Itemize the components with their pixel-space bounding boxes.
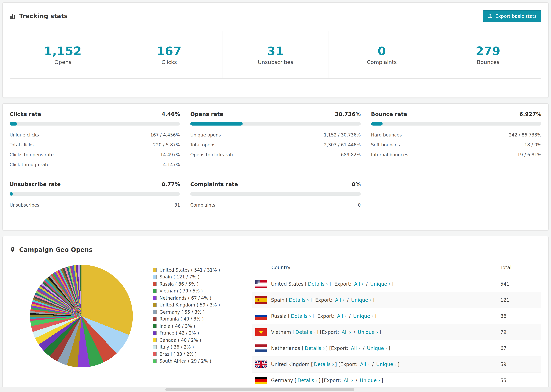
details-link[interactable]: Details › xyxy=(296,329,316,335)
details-link[interactable]: Details › xyxy=(314,362,334,367)
export-all-link[interactable]: All › xyxy=(354,281,363,287)
legend-label: Russia ( 86 / 5% ) xyxy=(160,281,198,287)
export-unique-link[interactable]: Unique › xyxy=(367,345,387,351)
stat-row-value: 220 / 5.87% xyxy=(153,142,180,148)
table-row: Germany [Details ›] [Export: All › / Uni… xyxy=(252,372,541,388)
export-unique-link[interactable]: Unique › xyxy=(351,297,372,303)
country-cell: Russia [Details ›] [Export: All › / Uniq… xyxy=(255,312,500,320)
stat-row-label: Click through rate xyxy=(10,161,49,168)
table-row: United Kingdom [Details ›] [Export: All … xyxy=(252,356,541,372)
rate-title: Complaints rate xyxy=(190,181,238,188)
legend-label: Brazil ( 33 / 2% ) xyxy=(160,352,197,357)
legend-label: Germany ( 55 / 3% ) xyxy=(160,309,205,315)
export-icon xyxy=(488,14,493,19)
details-link[interactable]: Details › xyxy=(291,313,311,319)
legend-swatch xyxy=(153,317,157,321)
export-button-label: Export basic stats xyxy=(495,13,537,19)
tracking-card-header: Tracking stats Export basic stats xyxy=(10,10,541,22)
export-unique-link[interactable]: Unique › xyxy=(376,362,397,367)
progress-bar xyxy=(371,122,541,126)
total-cell: 86 xyxy=(500,313,538,319)
country-name: Spain xyxy=(271,297,284,303)
bracket: [ xyxy=(291,329,295,335)
details-link[interactable]: Details › xyxy=(297,378,318,383)
stat-row-value: 689.82% xyxy=(341,152,361,158)
stat-row-label: Unique opens xyxy=(190,132,221,138)
export-all-link[interactable]: All › xyxy=(337,313,346,319)
country-name: United States xyxy=(271,281,304,287)
dotted-leader xyxy=(42,137,148,137)
legend-item[interactable]: Netherlands ( 67 / 4% ) xyxy=(153,294,231,301)
separator: / xyxy=(347,313,352,319)
legend-item[interactable]: Spain ( 121 / 7% ) xyxy=(153,273,231,280)
legend-swatch xyxy=(153,282,157,286)
stat-row-label: Unsubscribes xyxy=(10,202,39,208)
legend-item[interactable]: Vietnam ( 79 / 5% ) xyxy=(153,287,231,294)
stat-row-label: Internal bounces xyxy=(371,152,408,158)
legend-swatch xyxy=(153,331,157,335)
export-unique-link[interactable]: Unique › xyxy=(360,378,380,383)
export-all-link[interactable]: All › xyxy=(342,329,351,335)
stat-row: Opens to clicks rate689.82% xyxy=(190,150,361,160)
country-cell: United States [Details ›] [Export: All ›… xyxy=(255,280,500,288)
export-all-link[interactable]: All › xyxy=(360,362,370,367)
legend-item[interactable]: United Kingdom ( 59 / 3% ) xyxy=(153,301,231,308)
country-cell: Netherlands [Details ›] [Export: All › /… xyxy=(255,344,500,352)
country-cell: Vietnam [Details ›] [Export: All › / Uni… xyxy=(255,328,500,336)
legend-item[interactable]: Germany ( 55 / 3% ) xyxy=(153,308,231,315)
legend-item[interactable]: Brazil ( 33 / 2% ) xyxy=(153,351,231,358)
legend-label: Canada ( 40 / 2% ) xyxy=(160,338,201,343)
scrollbar-thumb[interactable] xyxy=(165,388,354,391)
legend-item[interactable]: Italy ( 36 / 2% ) xyxy=(153,343,231,351)
stat-row-value: 14.497% xyxy=(160,152,180,158)
rate-rows: Complaints0 xyxy=(190,200,361,210)
legend-item[interactable]: France ( 42 / 2% ) xyxy=(153,329,231,336)
export-all-link[interactable]: All › xyxy=(335,297,345,303)
separator: / xyxy=(370,362,375,367)
stat-row-value: 4.147% xyxy=(163,161,180,168)
details-link[interactable]: Details › xyxy=(289,297,309,303)
geo-pie-chart[interactable] xyxy=(30,265,133,367)
rate-value: 6.927% xyxy=(519,111,541,117)
legend-item[interactable]: South Africa ( 29 / 2% ) xyxy=(153,358,231,365)
stat-row: Unique clicks167 / 4.456% xyxy=(10,130,180,140)
legend-swatch xyxy=(153,296,157,300)
geo-table: Country Total United States [Details ›] … xyxy=(252,259,541,388)
legend-swatch xyxy=(153,352,157,356)
stat-row-value: 1,152 / 30.736% xyxy=(324,132,361,138)
bracket: ] xyxy=(391,281,393,287)
legend-item[interactable]: Russia ( 86 / 5% ) xyxy=(153,280,231,287)
legend-label: Netherlands ( 67 / 4% ) xyxy=(160,295,211,301)
rate-value: 0% xyxy=(352,181,361,188)
legend-item[interactable]: United States ( 541 / 31% ) xyxy=(153,266,231,273)
horizontal-scrollbar[interactable] xyxy=(0,387,551,392)
flag-us-icon xyxy=(255,280,267,288)
details-link[interactable]: Details › xyxy=(308,281,328,287)
export-unique-link[interactable]: Unique › xyxy=(358,329,378,335)
legend-item[interactable]: Romania ( 49 / 3% ) xyxy=(153,315,231,322)
bracket: ] xyxy=(374,313,376,319)
country-name: Vietnam xyxy=(271,329,291,335)
export-unique-link[interactable]: Unique › xyxy=(353,313,374,319)
tracking-stats-card: Tracking stats Export basic stats 1,152 … xyxy=(2,2,549,98)
legend-label: Spain ( 121 / 7% ) xyxy=(160,274,199,280)
stat-label: Opens xyxy=(54,59,71,65)
geo-table-header: Country Total xyxy=(252,259,541,276)
details-link[interactable]: Details › xyxy=(305,345,325,351)
rate-rows: Hard bounces242 / 86.738%Soft bounces18 … xyxy=(371,130,541,160)
bracket: [ xyxy=(286,313,290,319)
total-column-header: Total xyxy=(500,265,538,270)
export-basic-stats-button[interactable]: Export basic stats xyxy=(483,10,542,22)
progress-bar xyxy=(10,122,180,126)
legend-swatch xyxy=(153,275,157,279)
export-all-link[interactable]: All › xyxy=(351,345,360,351)
legend-item[interactable]: Canada ( 40 / 2% ) xyxy=(153,336,231,343)
stat-row-label: Total clicks xyxy=(10,142,34,148)
dotted-leader xyxy=(52,167,161,167)
export-all-link[interactable]: All › xyxy=(344,378,353,383)
export-unique-link[interactable]: Unique › xyxy=(370,281,390,287)
legend-item[interactable]: India ( 46 / 3% ) xyxy=(153,322,231,329)
country-cell: Spain [Details ›] [Export: All › / Uniqu… xyxy=(255,296,500,304)
bracket: ] [Export: xyxy=(319,378,343,383)
rate-title: Unsubscribe rate xyxy=(10,181,61,188)
